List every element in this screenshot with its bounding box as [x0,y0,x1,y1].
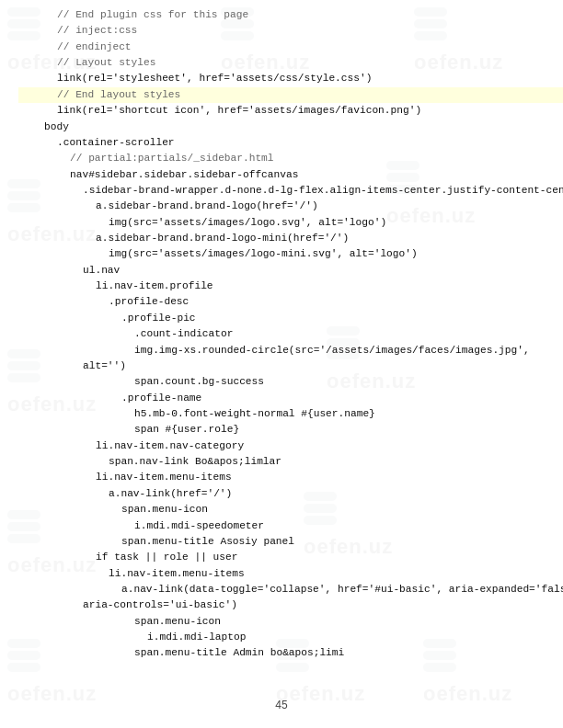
code-line: img.img-xs.rounded-circle(src='/assets/i… [18,343,563,358]
code-line: .sidebar-brand-wrapper.d-none.d-lg-flex.… [18,183,563,199]
code-line: span #{user.role} [18,422,563,438]
code-line: // inject:css [18,23,563,39]
code-line: a.sidebar-brand.brand-logo-mini(href='/'… [18,231,563,246]
code-line: aria-controls='ui-basic') [18,597,563,613]
code-line: body [18,119,563,135]
code-line: // End plugin css for this page [18,7,563,23]
code-line: ul.nav [18,263,563,279]
code-line: img(src='assets/images/logo-mini.svg', a… [18,246,563,262]
code-content: // End plugin css for this page// inject… [0,0,563,669]
code-line: span.menu-title Admin bo&apos;limi [18,645,563,661]
code-line: .profile-pic [18,311,563,326]
code-line: // Layout styles [18,55,563,71]
code-line: a.sidebar-brand.brand-logo(href='/') [18,199,563,214]
code-line: li.nav-item.profile [18,279,563,294]
code-line: i.mdi.mdi-speedometer [18,518,563,534]
code-line: a.nav-link(data-toggle='collapse', href=… [18,582,563,597]
page-number: 45 [275,699,287,711]
code-line: i.mdi.mdi-laptop [18,630,563,645]
code-line: if task || role || user [18,550,563,565]
code-line: a.nav-link(href='/') [18,486,563,502]
code-line: .profile-name [18,391,563,406]
code-line: nav#sidebar.sidebar.sidebar-offcanvas [18,167,563,183]
code-line: span.menu-icon [18,614,563,630]
code-line: span.nav-link Bo&apos;limlar [18,454,563,470]
code-line: // partial:partials/_sidebar.html [18,151,563,166]
code-line: .profile-desc [18,294,563,310]
code-line: // End layout styles [18,87,563,103]
page-footer: 45 [0,699,563,711]
code-line: h5.mb-0.font-weight-normal #{user.name} [18,406,563,422]
code-line: alt='') [18,358,563,374]
code-line: span.menu-title Asosiy panel [18,534,563,550]
code-line: li.nav-item.menu-items [18,470,563,485]
code-line: // endinject [18,40,563,55]
code-line: .container-scroller [18,135,563,151]
code-line: span.count.bg-success [18,374,563,390]
code-line: .count-indicator [18,326,563,342]
code-line: span.menu-icon [18,502,563,518]
code-line: link(rel='shortcut icon', href='assets/i… [18,103,563,119]
code-line: img(src='assets/images/logo.svg', alt='l… [18,215,563,231]
code-line: link(rel='stylesheet', href='assets/css/… [18,71,563,86]
code-line: li.nav-item.nav-category [18,438,563,454]
code-line: li.nav-item.menu-items [18,566,563,582]
